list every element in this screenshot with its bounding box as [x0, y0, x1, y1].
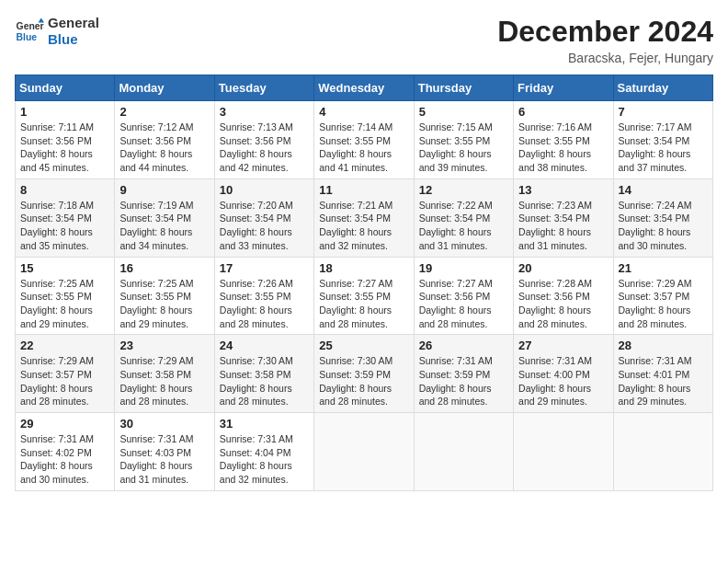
day-info: Sunrise: 7:27 AMSunset: 3:55 PMDaylight:… — [319, 277, 408, 331]
day-info: Sunrise: 7:30 AMSunset: 3:59 PMDaylight:… — [319, 354, 408, 408]
svg-text:Blue: Blue — [17, 32, 38, 42]
calendar-cell: 31Sunrise: 7:31 AMSunset: 4:04 PMDayligh… — [214, 413, 313, 491]
day-number: 8 — [20, 183, 109, 197]
calendar-cell: 7Sunrise: 7:17 AMSunset: 3:54 PMDaylight… — [613, 101, 712, 179]
day-number: 23 — [119, 339, 209, 352]
calendar-cell: 3Sunrise: 7:13 AMSunset: 3:56 PMDaylight… — [214, 101, 313, 179]
day-info: Sunrise: 7:31 AMSunset: 3:59 PMDaylight:… — [419, 354, 508, 408]
day-number: 29 — [20, 417, 109, 431]
calendar-cell: 10Sunrise: 7:20 AMSunset: 3:54 PMDayligh… — [214, 178, 313, 257]
day-number: 5 — [419, 105, 508, 119]
day-number: 6 — [518, 105, 608, 119]
day-number: 12 — [419, 183, 508, 197]
calendar-cell: 13Sunrise: 7:23 AMSunset: 3:54 PMDayligh… — [514, 178, 613, 257]
calendar-cell — [314, 413, 414, 491]
day-number: 7 — [619, 105, 708, 119]
day-number: 22 — [20, 339, 109, 352]
day-info: Sunrise: 7:18 AMSunset: 3:54 PMDaylight:… — [20, 199, 109, 253]
calendar-cell: 12Sunrise: 7:22 AMSunset: 3:54 PMDayligh… — [414, 178, 513, 257]
col-header-wednesday: Wednesday — [314, 75, 414, 101]
calendar-cell: 14Sunrise: 7:24 AMSunset: 3:54 PMDayligh… — [613, 178, 712, 257]
calendar-week-3: 15Sunrise: 7:25 AMSunset: 3:55 PMDayligh… — [16, 257, 713, 335]
col-header-friday: Friday — [514, 75, 613, 101]
day-number: 14 — [619, 183, 708, 197]
day-number: 11 — [319, 183, 408, 197]
day-number: 31 — [220, 417, 309, 431]
page-header: General Blue General Blue December 2024 … — [15, 15, 713, 65]
day-info: Sunrise: 7:30 AMSunset: 3:58 PMDaylight:… — [220, 354, 309, 408]
calendar-cell: 15Sunrise: 7:25 AMSunset: 3:55 PMDayligh… — [16, 257, 115, 335]
day-info: Sunrise: 7:29 AMSunset: 3:57 PMDaylight:… — [20, 354, 109, 408]
day-number: 28 — [619, 339, 708, 352]
day-number: 16 — [119, 261, 209, 275]
day-info: Sunrise: 7:15 AMSunset: 3:55 PMDaylight:… — [419, 121, 508, 175]
day-number: 10 — [220, 183, 309, 197]
calendar-week-4: 22Sunrise: 7:29 AMSunset: 3:57 PMDayligh… — [16, 335, 713, 413]
calendar-cell: 30Sunrise: 7:31 AMSunset: 4:03 PMDayligh… — [115, 413, 214, 491]
calendar-cell: 11Sunrise: 7:21 AMSunset: 3:54 PMDayligh… — [314, 178, 414, 257]
day-number: 4 — [319, 105, 408, 119]
day-info: Sunrise: 7:24 AMSunset: 3:54 PMDaylight:… — [619, 199, 708, 253]
day-info: Sunrise: 7:31 AMSunset: 4:03 PMDaylight:… — [119, 432, 209, 487]
calendar-cell: 8Sunrise: 7:18 AMSunset: 3:54 PMDaylight… — [16, 178, 115, 257]
day-number: 9 — [119, 183, 209, 197]
calendar-cell: 4Sunrise: 7:14 AMSunset: 3:55 PMDaylight… — [314, 101, 414, 179]
col-header-saturday: Saturday — [613, 75, 712, 101]
day-number: 3 — [220, 105, 309, 119]
day-info: Sunrise: 7:26 AMSunset: 3:55 PMDaylight:… — [220, 277, 309, 331]
calendar-cell — [613, 413, 712, 491]
calendar-cell: 19Sunrise: 7:27 AMSunset: 3:56 PMDayligh… — [414, 257, 513, 335]
day-info: Sunrise: 7:25 AMSunset: 3:55 PMDaylight:… — [119, 277, 209, 331]
calendar-cell: 20Sunrise: 7:28 AMSunset: 3:56 PMDayligh… — [514, 257, 613, 335]
day-info: Sunrise: 7:22 AMSunset: 3:54 PMDaylight:… — [419, 199, 508, 253]
col-header-tuesday: Tuesday — [214, 75, 313, 101]
day-number: 15 — [20, 261, 109, 275]
day-info: Sunrise: 7:17 AMSunset: 3:54 PMDaylight:… — [619, 121, 708, 175]
calendar-cell — [514, 413, 613, 491]
calendar-cell: 1Sunrise: 7:11 AMSunset: 3:56 PMDaylight… — [16, 101, 115, 179]
day-number: 27 — [518, 339, 608, 352]
calendar-week-1: 1Sunrise: 7:11 AMSunset: 3:56 PMDaylight… — [16, 101, 713, 179]
calendar-cell: 18Sunrise: 7:27 AMSunset: 3:55 PMDayligh… — [314, 257, 414, 335]
calendar-cell: 5Sunrise: 7:15 AMSunset: 3:55 PMDaylight… — [414, 101, 513, 179]
day-info: Sunrise: 7:29 AMSunset: 3:58 PMDaylight:… — [119, 354, 209, 408]
logo-icon: General Blue — [15, 17, 44, 46]
day-number: 19 — [419, 261, 508, 275]
day-number: 25 — [319, 339, 408, 352]
calendar-cell — [414, 413, 513, 491]
day-number: 24 — [220, 339, 309, 352]
calendar-table: SundayMondayTuesdayWednesdayThursdayFrid… — [15, 75, 713, 491]
day-number: 17 — [220, 261, 309, 275]
calendar-week-2: 8Sunrise: 7:18 AMSunset: 3:54 PMDaylight… — [16, 178, 713, 257]
calendar-cell: 17Sunrise: 7:26 AMSunset: 3:55 PMDayligh… — [214, 257, 313, 335]
day-info: Sunrise: 7:13 AMSunset: 3:56 PMDaylight:… — [220, 121, 309, 175]
day-info: Sunrise: 7:12 AMSunset: 3:56 PMDaylight:… — [119, 121, 209, 175]
day-info: Sunrise: 7:28 AMSunset: 3:56 PMDaylight:… — [518, 277, 608, 331]
col-header-monday: Monday — [115, 75, 214, 101]
calendar-cell: 28Sunrise: 7:31 AMSunset: 4:01 PMDayligh… — [613, 335, 712, 413]
calendar-cell: 23Sunrise: 7:29 AMSunset: 3:58 PMDayligh… — [115, 335, 214, 413]
day-info: Sunrise: 7:27 AMSunset: 3:56 PMDaylight:… — [419, 277, 508, 331]
calendar-cell: 21Sunrise: 7:29 AMSunset: 3:57 PMDayligh… — [613, 257, 712, 335]
day-number: 18 — [319, 261, 408, 275]
day-number: 30 — [119, 417, 209, 431]
calendar-cell: 25Sunrise: 7:30 AMSunset: 3:59 PMDayligh… — [314, 335, 414, 413]
col-header-sunday: Sunday — [16, 75, 115, 101]
day-info: Sunrise: 7:31 AMSunset: 4:01 PMDaylight:… — [619, 354, 708, 408]
day-info: Sunrise: 7:14 AMSunset: 3:55 PMDaylight:… — [319, 121, 408, 175]
day-info: Sunrise: 7:19 AMSunset: 3:54 PMDaylight:… — [119, 199, 209, 253]
day-number: 2 — [119, 105, 209, 119]
day-info: Sunrise: 7:20 AMSunset: 3:54 PMDaylight:… — [220, 199, 309, 253]
calendar-cell: 22Sunrise: 7:29 AMSunset: 3:57 PMDayligh… — [16, 335, 115, 413]
day-number: 1 — [20, 105, 109, 119]
day-info: Sunrise: 7:11 AMSunset: 3:56 PMDaylight:… — [20, 121, 109, 175]
calendar-cell: 27Sunrise: 7:31 AMSunset: 4:00 PMDayligh… — [514, 335, 613, 413]
svg-marker-2 — [39, 18, 44, 23]
day-info: Sunrise: 7:29 AMSunset: 3:57 PMDaylight:… — [619, 277, 708, 331]
day-info: Sunrise: 7:31 AMSunset: 4:00 PMDaylight:… — [518, 354, 608, 408]
col-header-thursday: Thursday — [414, 75, 513, 101]
day-info: Sunrise: 7:25 AMSunset: 3:55 PMDaylight:… — [20, 277, 109, 331]
title-block: December 2024 Baracska, Fejer, Hungary — [497, 15, 713, 65]
calendar-header: SundayMondayTuesdayWednesdayThursdayFrid… — [16, 75, 713, 101]
logo: General Blue General Blue — [15, 15, 99, 48]
